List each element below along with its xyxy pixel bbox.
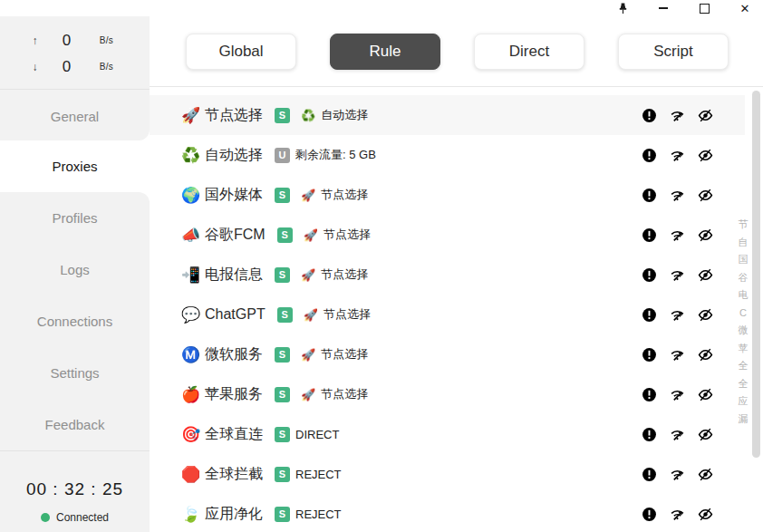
hide-group-icon[interactable] bbox=[697, 506, 713, 522]
hide-group-icon[interactable] bbox=[697, 266, 713, 283]
index-rail-char[interactable]: 应 bbox=[737, 392, 749, 411]
index-rail-char[interactable]: 全 bbox=[737, 375, 749, 393]
latency-test-icon[interactable] bbox=[669, 386, 685, 402]
proxy-group-row[interactable]: 🍎 苹果服务 S 🚀 节点选择 bbox=[150, 374, 745, 414]
proxy-group-row[interactable]: ♻️ 自动选择 U 剩余流量: 5 GB bbox=[150, 135, 745, 175]
hide-group-icon[interactable] bbox=[697, 466, 713, 482]
selection-emoji-icon: 🚀 bbox=[304, 308, 318, 322]
mode-tab[interactable]: Direct bbox=[474, 34, 584, 70]
group-name: 苹果服务 bbox=[205, 385, 263, 404]
proxy-group-row[interactable]: 📲 电报信息 S 🚀 节点选择 bbox=[150, 255, 745, 295]
index-rail-char[interactable]: 微 bbox=[737, 322, 749, 340]
proxy-group-row[interactable]: Ⓜ️ 微软服务 S 🚀 节点选择 bbox=[150, 334, 745, 374]
index-rail-char[interactable]: 全 bbox=[737, 357, 749, 375]
proxy-group-row[interactable]: 🍃 应用净化 S REJECT bbox=[150, 494, 745, 532]
connection-status: Connected bbox=[41, 511, 109, 524]
group-name: 节点选择 bbox=[205, 106, 263, 125]
sidebar-item-proxies[interactable]: Proxies bbox=[0, 140, 150, 192]
group-type-badge: S bbox=[275, 467, 290, 482]
mode-tab-bar: Global Rule Direct Script bbox=[150, 16, 763, 87]
hide-group-icon[interactable] bbox=[697, 386, 713, 402]
proxy-group-row[interactable]: 💬 ChatGPT S 🚀 节点选择 bbox=[150, 295, 745, 334]
hide-group-icon[interactable] bbox=[697, 227, 713, 243]
index-rail-char[interactable]: 节 bbox=[737, 216, 749, 234]
proxy-group-row[interactable]: 🎯 全球直连 S DIRECT bbox=[150, 414, 745, 454]
proxy-group-row[interactable]: 🚀 节点选择 S ♻️ 自动选择 bbox=[150, 95, 745, 135]
hide-group-icon[interactable] bbox=[697, 107, 713, 123]
info-icon[interactable] bbox=[641, 426, 657, 442]
row-action-icons bbox=[641, 266, 713, 283]
scrollbar-thumb[interactable] bbox=[752, 91, 760, 458]
pin-icon[interactable] bbox=[615, 1, 630, 15]
row-action-icons bbox=[641, 187, 713, 203]
mode-tab[interactable]: Rule bbox=[330, 34, 440, 70]
hide-group-icon[interactable] bbox=[697, 346, 713, 363]
proxy-groups-panel: 🚀 节点选择 S ♻️ 自动选择 bbox=[150, 88, 763, 532]
latency-test-icon[interactable] bbox=[669, 506, 685, 522]
index-rail-char[interactable]: 电 bbox=[737, 286, 749, 305]
row-action-icons bbox=[641, 466, 713, 482]
info-icon[interactable] bbox=[641, 147, 657, 163]
info-icon[interactable] bbox=[641, 227, 657, 243]
group-name: ChatGPT bbox=[205, 306, 266, 323]
group-selection-label: 节点选择 bbox=[321, 187, 368, 203]
selection-emoji-icon: 🚀 bbox=[301, 388, 315, 401]
maximize-icon[interactable] bbox=[697, 1, 711, 15]
close-icon[interactable]: ✕ bbox=[738, 1, 752, 15]
sidebar-item-profiles[interactable]: Profiles bbox=[0, 192, 150, 244]
proxy-group-row[interactable]: 🌍 国外媒体 S 🚀 节点选择 bbox=[150, 175, 745, 215]
index-rail-char[interactable]: 苹 bbox=[737, 340, 749, 358]
row-action-icons bbox=[641, 506, 713, 522]
sidebar-item-logs[interactable]: Logs bbox=[0, 244, 150, 295]
proxy-group-row[interactable]: 📣 谷歌FCM S 🚀 节点选择 bbox=[150, 215, 745, 255]
index-rail-char[interactable]: 谷 bbox=[737, 269, 749, 287]
group-type-badge: S bbox=[277, 307, 293, 323]
group-name: 谷歌FCM bbox=[205, 226, 266, 245]
info-icon[interactable] bbox=[641, 386, 657, 402]
sidebar-item-connections[interactable]: Connections bbox=[0, 295, 150, 347]
selection-emoji-icon: 🚀 bbox=[301, 348, 315, 362]
latency-test-icon[interactable] bbox=[669, 306, 685, 323]
latency-test-icon[interactable] bbox=[669, 187, 685, 203]
sidebar-item-settings[interactable]: Settings bbox=[0, 347, 150, 399]
index-rail-char[interactable]: C bbox=[737, 305, 749, 323]
info-icon[interactable] bbox=[641, 506, 657, 522]
group-emoji-icon: Ⓜ️ bbox=[181, 345, 205, 364]
hide-group-icon[interactable] bbox=[697, 426, 713, 442]
connected-label: Connected bbox=[56, 511, 109, 524]
sidebar-item-feedback[interactable]: Feedback bbox=[0, 399, 150, 450]
info-icon[interactable] bbox=[641, 306, 657, 323]
row-action-icons bbox=[641, 426, 713, 442]
info-icon[interactable] bbox=[641, 466, 657, 482]
latency-test-icon[interactable] bbox=[669, 266, 685, 283]
mode-tab[interactable]: Global bbox=[186, 34, 296, 70]
hide-group-icon[interactable] bbox=[697, 147, 713, 163]
row-action-icons bbox=[641, 386, 713, 402]
info-icon[interactable] bbox=[641, 266, 657, 283]
sidebar-item-general[interactable]: General bbox=[0, 90, 150, 142]
close-glyph: ✕ bbox=[740, 3, 750, 15]
hide-group-icon[interactable] bbox=[697, 306, 713, 323]
info-icon[interactable] bbox=[641, 187, 657, 203]
upload-speed-value: 0 bbox=[47, 32, 87, 50]
mode-tab[interactable]: Script bbox=[618, 34, 729, 70]
group-name: 全球拦截 bbox=[205, 465, 263, 484]
minimize-icon[interactable] bbox=[656, 1, 671, 15]
index-rail-char[interactable]: 国 bbox=[737, 251, 749, 269]
hide-group-icon[interactable] bbox=[697, 187, 713, 203]
info-icon[interactable] bbox=[641, 107, 657, 123]
info-icon[interactable] bbox=[641, 346, 657, 363]
index-rail-char[interactable]: 自 bbox=[737, 234, 749, 252]
latency-test-icon[interactable] bbox=[669, 466, 685, 482]
latency-test-icon[interactable] bbox=[669, 147, 685, 163]
index-rail-char[interactable]: 漏 bbox=[737, 411, 749, 429]
group-emoji-icon: 💬 bbox=[181, 305, 205, 324]
latency-test-icon[interactable] bbox=[669, 227, 685, 243]
proxy-group-row[interactable]: 🛑 全球拦截 S REJECT bbox=[150, 454, 745, 494]
latency-test-icon[interactable] bbox=[669, 426, 685, 442]
group-type-badge: S bbox=[275, 427, 290, 442]
group-selection-label: 节点选择 bbox=[324, 227, 371, 243]
latency-test-icon[interactable] bbox=[669, 107, 685, 123]
group-type-badge: S bbox=[275, 267, 290, 283]
latency-test-icon[interactable] bbox=[669, 346, 685, 363]
